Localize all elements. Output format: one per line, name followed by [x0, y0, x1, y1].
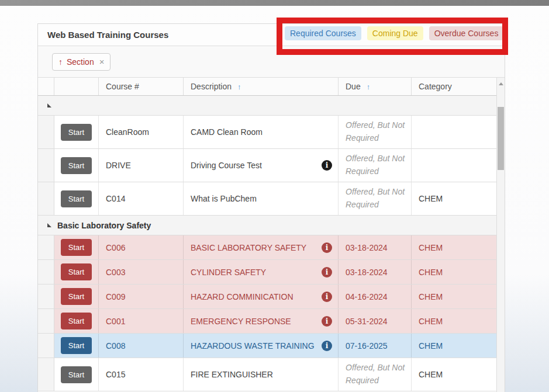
due-cell: 03-18-2024 [339, 235, 412, 259]
description-text: Driving Course Test [191, 161, 262, 170]
description-cell: FIRE EXTINGUISHER i [184, 358, 339, 391]
category-cell: CHEM [412, 285, 496, 308]
start-button[interactable]: Start [61, 366, 92, 383]
description-text: What is PubChem [191, 194, 257, 203]
description-cell: EMERGENCY RESPONSE i [184, 309, 339, 333]
category-cell: CHEM [412, 235, 496, 259]
sort-ascending-icon[interactable]: ↑ [58, 57, 63, 67]
sort-arrow-icon: ↑ [237, 82, 241, 91]
info-icon[interactable]: i [322, 160, 332, 171]
course-number-cell: C015 [99, 358, 184, 391]
start-button[interactable]: Start [61, 157, 92, 174]
table-body: Start CleanRoom CAMD Clean Room i Offere… [38, 96, 505, 391]
group-collapse-icon[interactable] [47, 103, 51, 107]
table-row: Start C001 EMERGENCY RESPONSE i 05-31-20… [38, 309, 505, 334]
header-category[interactable]: Category [412, 78, 496, 95]
category-cell [412, 149, 496, 182]
course-number-cell: C008 [99, 334, 184, 358]
header-due[interactable]: Due ↑ [339, 78, 412, 95]
due-cell: Offered, But Not Required [339, 149, 412, 182]
filter-bar: ↑ Section × [38, 46, 505, 78]
course-number-cell: C006 [99, 235, 184, 259]
page-title: Web Based Training Courses [47, 30, 168, 40]
action-cell: Start [54, 182, 99, 215]
course-number-cell: C001 [99, 309, 184, 333]
group-chip-label: Section [67, 57, 94, 67]
legend: Required Courses Coming Due Overdue Cour… [285, 26, 503, 40]
group-by-section-chip[interactable]: ↑ Section × [52, 53, 111, 71]
course-number-cell: C009 [99, 285, 184, 308]
category-cell [412, 116, 496, 148]
legend-coming-due: Coming Due [367, 26, 423, 40]
start-button[interactable]: Start [61, 313, 92, 329]
start-button[interactable]: Start [61, 263, 92, 280]
category-cell: CHEM [412, 260, 496, 284]
table-row: Start C008 HAZARDOUS WASTE TRAINING i 07… [38, 334, 505, 358]
group-collapse-icon[interactable] [47, 223, 51, 227]
table-row: Start C006 BASIC LABORATORY SAFETY i 03-… [38, 235, 505, 260]
description-text: HAZARDOUS WASTE TRAINING [191, 341, 315, 351]
indent-cell [38, 182, 54, 215]
scroll-up-arrow-icon[interactable] [499, 82, 503, 85]
start-button[interactable]: Start [61, 124, 92, 141]
table-row: Start C003 CYLINDER SAFETY i 03-18-2024 … [38, 260, 505, 285]
start-button[interactable]: Start [61, 190, 92, 207]
indent-cell [38, 358, 54, 391]
description-text: FIRE EXTINGUISHER [191, 370, 273, 379]
indent-cell [38, 235, 54, 259]
info-icon[interactable]: i [322, 292, 332, 302]
due-cell: Offered, But Not Required [339, 182, 412, 215]
description-cell: HAZARDOUS WASTE TRAINING i [184, 334, 339, 358]
category-cell: CHEM [412, 334, 496, 358]
due-cell: 05-31-2024 [339, 309, 412, 333]
category-cell: CHEM [412, 309, 496, 333]
action-cell: Start [54, 285, 99, 308]
info-icon[interactable]: i [322, 267, 332, 277]
description-cell: BASIC LABORATORY SAFETY i [184, 235, 339, 259]
indent-cell [38, 116, 54, 148]
table-row: Start CleanRoom CAMD Clean Room i Offere… [38, 116, 505, 149]
indent-cell [38, 309, 54, 333]
action-cell: Start [54, 260, 99, 284]
info-icon[interactable]: i [322, 242, 332, 253]
group-row: Basic Laboratory Safety [38, 216, 505, 235]
indent-cell [38, 334, 54, 358]
category-cell: CHEM [412, 182, 496, 215]
action-cell: Start [54, 309, 99, 333]
action-cell: Start [54, 235, 99, 259]
start-button[interactable]: Start [61, 337, 92, 354]
info-icon[interactable]: i [322, 341, 332, 351]
indent-cell [38, 260, 54, 284]
vertical-scrollbar[interactable] [496, 78, 505, 392]
indent-cell [38, 285, 54, 308]
remove-group-icon[interactable]: × [99, 57, 105, 67]
due-cell: 04-16-2024 [339, 285, 412, 308]
top-gray-bar [0, 0, 549, 6]
description-text: CYLINDER SAFETY [191, 268, 266, 277]
scrollbar-thumb[interactable] [498, 107, 504, 170]
description-text: EMERGENCY RESPONSE [191, 317, 291, 326]
description-text: CAMD Clean Room [191, 127, 263, 137]
description-cell: Driving Course Test i [184, 149, 339, 182]
table-row: Start C015 FIRE EXTINGUISHER i Offered, … [38, 358, 505, 391]
course-number-cell: C014 [99, 182, 184, 215]
description-cell: What is PubChem i [184, 182, 339, 215]
group-title: Basic Laboratory Safety [57, 221, 151, 230]
header-course[interactable]: Course # [99, 78, 184, 95]
start-button[interactable]: Start [61, 239, 92, 256]
header-description[interactable]: Description ↑ [184, 78, 339, 95]
legend-required-courses: Required Courses [285, 26, 361, 40]
due-cell: 03-18-2024 [339, 260, 412, 284]
course-number-cell: CleanRoom [99, 116, 184, 148]
start-button[interactable]: Start [61, 288, 92, 305]
description-cell: HAZARD COMMINICATION i [184, 285, 339, 308]
due-cell: Offered, But Not Required [339, 358, 412, 391]
description-text: BASIC LABORATORY SAFETY [191, 243, 306, 252]
description-cell: CAMD Clean Room i [184, 116, 339, 148]
header-action-cell [54, 78, 99, 95]
category-cell: CHEM [412, 358, 496, 391]
training-courses-panel: Web Based Training Courses ↑ Section × C… [37, 23, 505, 392]
table-row: Start DRIVE Driving Course Test i Offere… [38, 149, 505, 182]
info-icon[interactable]: i [322, 316, 332, 327]
group-row [38, 96, 505, 116]
